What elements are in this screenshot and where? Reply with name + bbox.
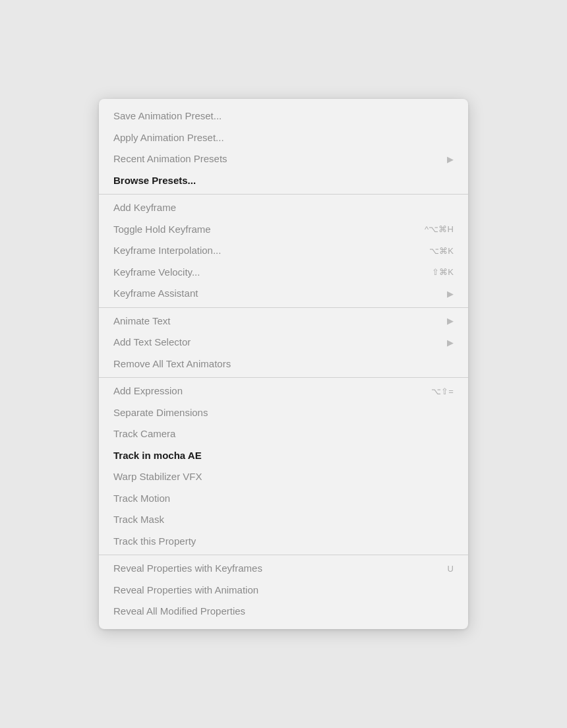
menu-item-separate-dimensions[interactable]: Separate Dimensions	[99, 402, 468, 424]
menu-item-track-mask[interactable]: Track Mask	[99, 509, 468, 531]
menu-item-label-toggle-hold-keyframe: Toggle Hold Keyframe	[113, 222, 211, 237]
menu-section-1: Add KeyframeToggle Hold Keyframe^⌥⌘HKeyf…	[99, 195, 468, 308]
menu-item-reveal-properties-keyframes[interactable]: Reveal Properties with KeyframesU	[99, 558, 468, 580]
menu-item-label-browse-presets: Browse Presets...	[113, 173, 196, 189]
menu-item-track-in-mocha-ae[interactable]: Track in mocha AE	[99, 445, 468, 467]
menu-item-label-remove-all-text-animators: Remove All Text Animators	[113, 357, 231, 372]
menu-item-browse-presets[interactable]: Browse Presets...	[99, 170, 468, 192]
submenu-arrow-icon-keyframe-assistant: ▶	[447, 288, 454, 301]
menu-item-label-keyframe-interpolation: Keyframe Interpolation...	[113, 243, 221, 258]
menu-item-label-keyframe-velocity: Keyframe Velocity...	[113, 265, 200, 280]
menu-item-add-text-selector[interactable]: Add Text Selector▶	[99, 332, 468, 353]
menu-section-3: Add Expression⌥⇧=Separate DimensionsTrac…	[99, 378, 468, 555]
submenu-arrow-icon-recent-animation-presets: ▶	[447, 153, 454, 166]
menu-item-add-keyframe[interactable]: Add Keyframe	[99, 197, 468, 219]
menu-item-recent-animation-presets[interactable]: Recent Animation Presets▶	[99, 148, 468, 170]
menu-item-keyframe-velocity[interactable]: Keyframe Velocity...⇧⌘K	[99, 262, 468, 284]
menu-item-label-reveal-properties-keyframes: Reveal Properties with Keyframes	[113, 561, 262, 576]
shortcut-keyframe-interpolation: ⌥⌘K	[429, 245, 454, 258]
menu-item-apply-animation-preset[interactable]: Apply Animation Preset...	[99, 127, 468, 149]
menu-item-label-track-motion: Track Motion	[113, 491, 170, 506]
menu-item-label-add-expression: Add Expression	[113, 384, 183, 399]
shortcut-reveal-properties-keyframes: U	[447, 562, 454, 576]
menu-item-track-this-property[interactable]: Track this Property	[99, 531, 468, 553]
menu-item-label-reveal-all-modified-properties: Reveal All Modified Properties	[113, 604, 245, 619]
menu-item-animate-text[interactable]: Animate Text▶	[99, 311, 468, 332]
menu-item-label-animate-text: Animate Text	[113, 314, 170, 329]
menu-item-label-track-in-mocha-ae: Track in mocha AE	[113, 448, 202, 464]
menu-item-toggle-hold-keyframe[interactable]: Toggle Hold Keyframe^⌥⌘H	[99, 219, 468, 241]
menu-item-label-track-mask: Track Mask	[113, 512, 164, 528]
menu-section-0: Save Animation Preset...Apply Animation …	[99, 103, 468, 195]
shortcut-add-expression: ⌥⇧=	[431, 385, 454, 398]
menu-item-label-apply-animation-preset: Apply Animation Preset...	[113, 131, 224, 146]
menu-item-reveal-all-modified-properties[interactable]: Reveal All Modified Properties	[99, 601, 468, 622]
shortcut-toggle-hold-keyframe: ^⌥⌘H	[425, 223, 454, 236]
shortcut-keyframe-velocity: ⇧⌘K	[432, 266, 454, 279]
menu-item-reveal-properties-animation[interactable]: Reveal Properties with Animation	[99, 580, 468, 601]
menu-item-track-camera[interactable]: Track Camera	[99, 423, 468, 445]
menu-section-4: Reveal Properties with KeyframesUReveal …	[99, 555, 468, 625]
menu-item-label-add-keyframe: Add Keyframe	[113, 200, 176, 216]
menu-item-label-separate-dimensions: Separate Dimensions	[113, 406, 208, 421]
menu-item-track-motion[interactable]: Track Motion	[99, 488, 468, 510]
menu-item-label-warp-stabilizer-vfx: Warp Stabilizer VFX	[113, 470, 202, 485]
menu-item-keyframe-assistant[interactable]: Keyframe Assistant▶	[99, 283, 468, 305]
menu-item-label-recent-animation-presets: Recent Animation Presets	[113, 152, 227, 167]
context-menu: Save Animation Preset...Apply Animation …	[99, 99, 468, 629]
submenu-arrow-icon-animate-text: ▶	[447, 315, 454, 328]
menu-item-remove-all-text-animators[interactable]: Remove All Text Animators	[99, 353, 468, 375]
menu-item-label-track-this-property: Track this Property	[113, 534, 196, 549]
menu-item-save-animation-preset[interactable]: Save Animation Preset...	[99, 106, 468, 127]
menu-section-2: Animate Text▶Add Text Selector▶Remove Al…	[99, 308, 468, 379]
menu-item-label-add-text-selector: Add Text Selector	[113, 335, 191, 350]
menu-item-label-keyframe-assistant: Keyframe Assistant	[113, 286, 198, 301]
submenu-arrow-icon-add-text-selector: ▶	[447, 336, 454, 349]
menu-item-label-track-camera: Track Camera	[113, 427, 175, 442]
menu-item-label-save-animation-preset: Save Animation Preset...	[113, 109, 222, 124]
menu-item-add-expression[interactable]: Add Expression⌥⇧=	[99, 380, 468, 402]
menu-item-keyframe-interpolation[interactable]: Keyframe Interpolation...⌥⌘K	[99, 240, 468, 262]
menu-item-warp-stabilizer-vfx[interactable]: Warp Stabilizer VFX	[99, 466, 468, 488]
menu-item-label-reveal-properties-animation: Reveal Properties with Animation	[113, 583, 258, 598]
